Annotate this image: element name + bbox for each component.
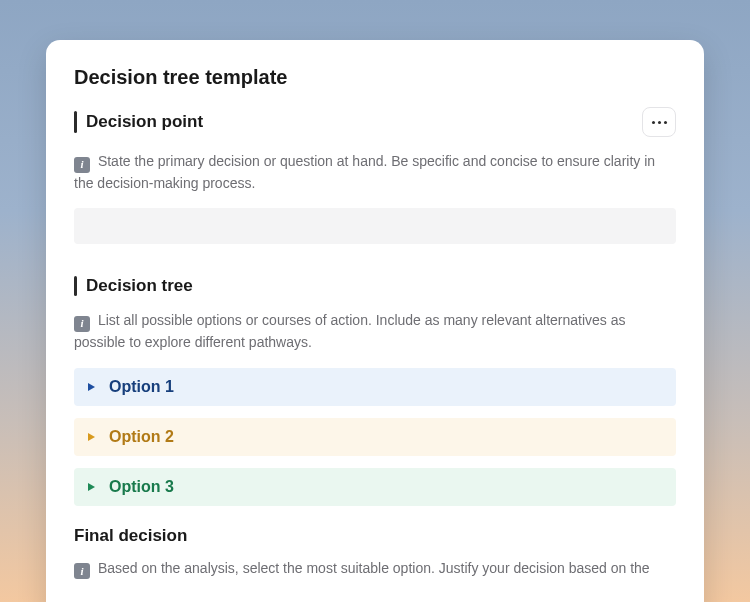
description-text: Based on the analysis, select the most s…: [98, 560, 650, 576]
heading-text: Decision point: [86, 112, 203, 132]
expand-icon: [88, 383, 95, 391]
decision-tree-heading: Decision tree: [74, 276, 676, 296]
decision-point-input-placeholder[interactable]: [74, 208, 676, 244]
heading-accent-bar: [74, 276, 77, 296]
option-row-2[interactable]: Option 2: [74, 418, 676, 456]
option-row-1[interactable]: Option 1: [74, 368, 676, 406]
section-header-row: Decision point: [74, 107, 676, 137]
heading-accent-bar: [74, 111, 77, 133]
info-icon: i: [74, 157, 90, 173]
final-decision-description: i Based on the analysis, select the most…: [74, 558, 676, 580]
info-icon: i: [74, 316, 90, 332]
decision-point-description: i State the primary decision or question…: [74, 151, 676, 194]
page-title: Decision tree template: [74, 66, 676, 89]
description-text: List all possible options or courses of …: [74, 312, 626, 350]
info-icon: i: [74, 563, 90, 579]
heading-text: Decision tree: [86, 276, 193, 296]
more-icon: [652, 121, 667, 124]
decision-point-heading: Decision point: [74, 111, 203, 133]
expand-icon: [88, 483, 95, 491]
option-label: Option 3: [109, 478, 174, 496]
document-card: Decision tree template Decision point i …: [46, 40, 704, 602]
option-row-3[interactable]: Option 3: [74, 468, 676, 506]
option-label: Option 1: [109, 378, 174, 396]
more-options-button[interactable]: [642, 107, 676, 137]
decision-tree-description: i List all possible options or courses o…: [74, 310, 676, 353]
expand-icon: [88, 433, 95, 441]
description-text: State the primary decision or question a…: [74, 153, 655, 191]
option-label: Option 2: [109, 428, 174, 446]
final-decision-heading: Final decision: [74, 526, 676, 546]
